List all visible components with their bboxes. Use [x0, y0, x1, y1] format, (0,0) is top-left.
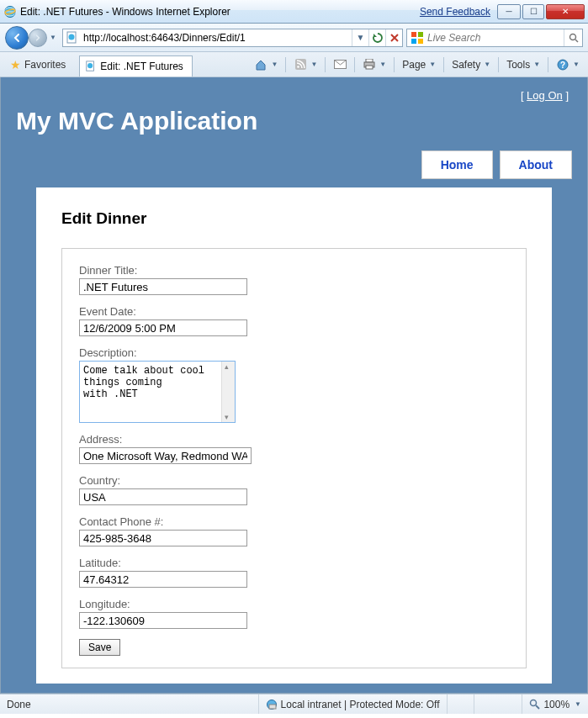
url-input[interactable] [82, 32, 352, 44]
window-titlebar: Edit: .NET Futures - Windows Internet Ex… [0, 0, 588, 24]
address-input[interactable] [79, 447, 252, 464]
search-box[interactable]: Live Search [406, 29, 583, 47]
browser-viewport: [ Log On ] My MVC Application Home About… [0, 77, 588, 694]
address-bar[interactable]: ▼ [62, 29, 403, 47]
latitude-input[interactable] [79, 571, 247, 588]
page-menu[interactable]: Page▼ [399, 57, 439, 72]
zone-icon [266, 699, 278, 710]
main-content: Edit Dinner Dinner Title: Event Date: De… [36, 187, 552, 684]
description-textarea[interactable] [80, 362, 221, 422]
phone-label: Contact Phone #: [79, 515, 509, 528]
address-dropdown[interactable]: ▼ [352, 29, 368, 46]
minimize-button[interactable]: ─ [497, 4, 521, 19]
country-label: Country: [79, 474, 509, 487]
browser-tab[interactable]: Edit: .NET Futures [79, 55, 192, 77]
menu-home[interactable]: Home [421, 150, 493, 179]
event-date-input[interactable] [79, 319, 247, 336]
logon-link[interactable]: Log On [527, 89, 563, 102]
longitude-label: Longitude: [79, 598, 509, 610]
svg-point-13 [297, 66, 299, 68]
print-icon [363, 58, 376, 71]
search-go-button[interactable] [564, 29, 582, 46]
history-dropdown[interactable]: ▼ [47, 29, 59, 47]
refresh-button[interactable] [368, 29, 385, 46]
star-icon: ★ [10, 58, 21, 71]
stop-button[interactable] [385, 29, 402, 46]
phone-input[interactable] [79, 530, 247, 546]
window-title: Edit: .NET Futures - Windows Internet Ex… [20, 6, 230, 18]
svg-rect-21 [269, 705, 276, 709]
latitude-label: Latitude: [79, 557, 509, 569]
forward-button[interactable] [29, 29, 47, 47]
command-bar: ★ Favorites Edit: .NET Futures ▼ ▼ ▼ Pag… [0, 52, 588, 77]
tools-menu[interactable]: Tools▼ [503, 57, 543, 72]
print-menu[interactable]: ▼ [359, 56, 389, 73]
home-icon [254, 58, 268, 71]
safety-menu[interactable]: Safety▼ [448, 57, 494, 72]
page-icon [66, 31, 79, 45]
description-label: Description: [79, 346, 509, 359]
navigation-bar: ▼ ▼ Live Search [0, 24, 588, 52]
send-feedback-link[interactable]: Send Feedback [420, 6, 490, 18]
svg-point-8 [569, 34, 575, 40]
dinner-title-label: Dinner Title: [79, 264, 509, 277]
svg-rect-5 [418, 32, 423, 37]
help-menu[interactable]: ?▼ [553, 56, 583, 73]
zoom-value: 100% [543, 699, 569, 710]
svg-rect-4 [411, 32, 416, 37]
feeds-menu[interactable]: ▼ [290, 56, 320, 73]
mail-icon [333, 58, 347, 71]
back-button[interactable] [5, 26, 29, 50]
country-input[interactable] [79, 488, 247, 505]
rss-icon [294, 58, 307, 71]
zoom-icon [529, 699, 540, 710]
app-title: My MVC Application [16, 107, 575, 135]
svg-rect-17 [366, 66, 373, 69]
mail-button[interactable] [330, 56, 350, 73]
status-bar: Done Local intranet | Protected Mode: Of… [0, 694, 588, 714]
address-label: Address: [79, 433, 509, 446]
svg-line-9 [575, 40, 578, 42]
tab-title: Edit: .NET Futures [100, 61, 183, 72]
ie-icon [3, 5, 17, 18]
help-icon: ? [556, 58, 569, 71]
save-button[interactable]: Save [79, 639, 120, 656]
longitude-input[interactable] [79, 612, 247, 629]
svg-line-23 [536, 705, 539, 709]
menu-about[interactable]: About [500, 150, 572, 179]
svg-point-3 [69, 34, 75, 40]
svg-rect-6 [411, 39, 416, 44]
status-done: Done [0, 694, 259, 714]
zoom-control[interactable]: 100% ▼ [522, 694, 588, 714]
zoom-dropdown[interactable]: ▼ [575, 700, 581, 708]
status-spare [448, 694, 474, 714]
search-placeholder: Live Search [427, 32, 564, 44]
logon-area: [ Log On ] [13, 77, 575, 102]
svg-point-22 [531, 700, 537, 706]
page-heading: Edit Dinner [61, 209, 527, 228]
maximize-button[interactable]: ☐ [522, 4, 544, 19]
close-button[interactable]: ✕ [546, 4, 585, 19]
page-icon [85, 61, 97, 72]
svg-rect-15 [366, 59, 373, 62]
event-date-label: Event Date: [79, 305, 509, 318]
svg-point-11 [87, 63, 93, 68]
svg-text:?: ? [560, 61, 565, 70]
favorites-label: Favorites [24, 59, 66, 71]
dinner-title-input[interactable] [79, 278, 247, 295]
home-menu[interactable]: ▼ [251, 56, 281, 73]
favorites-button[interactable]: ★ Favorites [5, 56, 71, 73]
status-zone: Local intranet | Protected Mode: Off [259, 694, 448, 714]
bing-icon [411, 31, 424, 45]
edit-form: Dinner Title: Event Date: Description: A… [61, 248, 527, 668]
svg-rect-7 [418, 39, 423, 44]
textarea-scrollbar[interactable] [221, 362, 235, 422]
